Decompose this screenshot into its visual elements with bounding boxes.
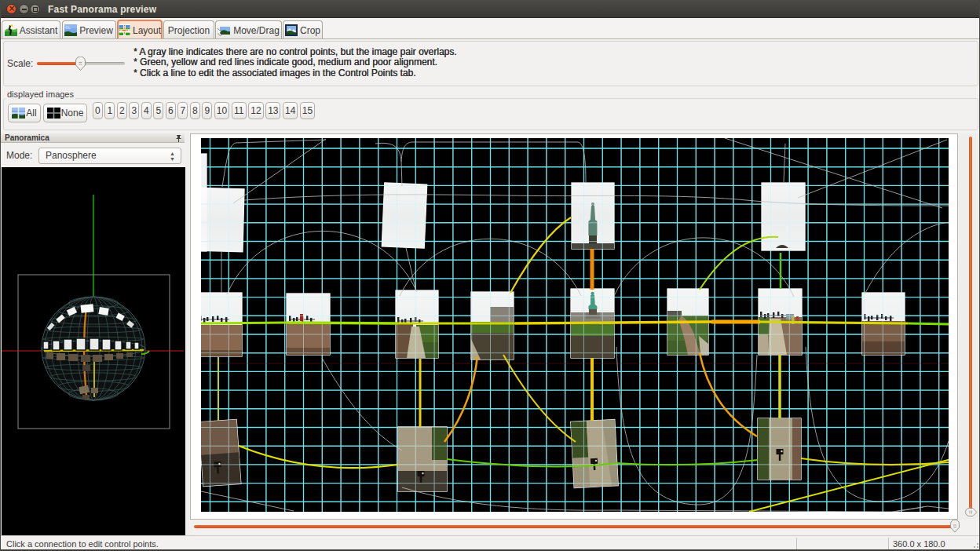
svg-text:GL: GL <box>65 25 71 30</box>
